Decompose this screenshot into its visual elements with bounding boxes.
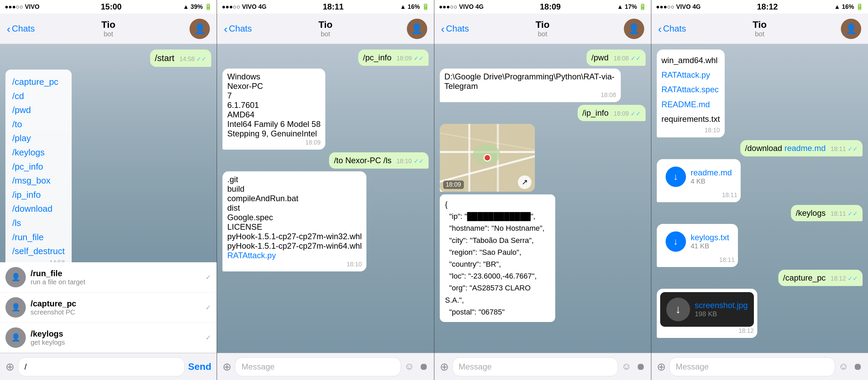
msg-filelist: win_amd64.whl RATAttack.py RATAttack.spe… bbox=[657, 50, 725, 137]
nav-title-2: Tio bot bbox=[319, 19, 332, 38]
file-rattack-spec: RATAttack.spec bbox=[662, 82, 720, 97]
back-label-3[interactable]: Chats bbox=[446, 23, 469, 34]
cmd-capture[interactable]: /capture_pc bbox=[12, 75, 65, 89]
cmd-download[interactable]: /download bbox=[12, 202, 65, 216]
nav-bar-1: ‹ Chats Tio bot 👤 bbox=[0, 14, 217, 44]
cmd-selfdestruct[interactable]: /self_destruct bbox=[12, 244, 65, 259]
mic-icon-4[interactable]: ⏺ bbox=[853, 361, 863, 372]
sticker-icon-2[interactable]: ☺ bbox=[404, 361, 414, 372]
battery-4: ▲ 16% 🔋 bbox=[834, 3, 863, 11]
capture-text: /capture_pc bbox=[783, 273, 826, 282]
keylogs-dl-icon: ↓ bbox=[666, 231, 686, 252]
status-right-4: ▲ 16% 🔋 bbox=[834, 3, 863, 11]
status-bar-2: ●●●○○ VIVO 4G 18:11 ▲ 16% 🔋 bbox=[217, 0, 434, 14]
list-name-keylogs: /keylogs bbox=[31, 329, 201, 339]
back-button-1[interactable]: ‹ Chats bbox=[7, 23, 35, 34]
msg-start: /start 14:58 ✓✓ bbox=[150, 50, 212, 67]
back-label-1[interactable]: Chats bbox=[12, 23, 35, 34]
input-bar-1: ⊕ / Send bbox=[0, 353, 217, 380]
map-share-btn[interactable]: ↗ bbox=[518, 175, 531, 189]
input-bar-3: ⊕ Message ☺ ⏺ bbox=[434, 353, 651, 380]
nav-bar-4: ‹ Chats Tio bot 👤 bbox=[651, 14, 868, 44]
sticker-icon-3[interactable]: ☺ bbox=[621, 361, 631, 372]
ls-line2: build bbox=[227, 184, 362, 194]
pcinfo-line4: 6.1.7601 bbox=[227, 100, 321, 110]
battery-3: ▲ 17% 🔋 bbox=[617, 3, 646, 11]
input-field-1[interactable]: / bbox=[18, 357, 185, 376]
input-field-2[interactable]: Message bbox=[235, 357, 401, 376]
carrier-2: ●●●○○ VIVO 4G bbox=[222, 3, 266, 11]
back-button-4[interactable]: ‹ Chats bbox=[658, 23, 686, 34]
cmd-pcinfo[interactable]: /pc_info bbox=[12, 160, 65, 174]
list-item-capture[interactable]: 👤 /capture_pc screenshot PC ✓ bbox=[0, 292, 217, 323]
file-keylogs-dl[interactable]: ↓ keylogs.txt 41 KB bbox=[660, 227, 735, 256]
screen-2: ●●●○○ VIVO 4G 18:11 ▲ 16% 🔋 ‹ Chats Tio … bbox=[217, 0, 434, 380]
cmd-ls[interactable]: /ls bbox=[12, 216, 65, 230]
cmd-runfile[interactable]: /run_file bbox=[12, 230, 65, 245]
list-avatar-keylogs: 👤 bbox=[5, 327, 26, 348]
map-thumbnail[interactable]: 18:09 ↗ bbox=[440, 124, 535, 192]
mic-icon-3[interactable]: ⏺ bbox=[636, 361, 646, 372]
back-button-2[interactable]: ‹ Chats bbox=[224, 23, 252, 34]
back-button-3[interactable]: ‹ Chats bbox=[441, 23, 469, 34]
status-bar-1: ●●●○○ VIVO 15:00 ▲ 39% 🔋 bbox=[0, 0, 217, 14]
pwd-time: 18:08 bbox=[445, 92, 616, 99]
avatar-4[interactable]: 👤 bbox=[841, 19, 861, 39]
ls-line5: Google.spec bbox=[227, 213, 362, 222]
list-content-runfile: /run_file run a file on target bbox=[31, 269, 201, 286]
attach-icon-4[interactable]: ⊕ bbox=[657, 360, 666, 373]
attach-icon-3[interactable]: ⊕ bbox=[440, 360, 449, 373]
mic-icon-2[interactable]: ⏺ bbox=[419, 361, 429, 372]
pcinfo-line7: Stepping 9, GenuineIntel bbox=[227, 129, 321, 138]
command-list: /capture_pc /cd /pwd /to /play /keylogs … bbox=[5, 70, 72, 262]
cmd-play[interactable]: /play bbox=[12, 131, 65, 146]
list-preview-runfile: run a file on target bbox=[31, 278, 201, 286]
cmd-keylogs[interactable]: /keylogs bbox=[12, 146, 65, 160]
avatar-1[interactable]: 👤 bbox=[189, 19, 210, 39]
input-field-3[interactable]: Message bbox=[452, 357, 618, 376]
pcinfo-line6: Intel64 Family 6 Model 58 bbox=[227, 119, 321, 129]
msg-pwd-resp: D:\Google Drive\Programming\Python\RAT-v… bbox=[440, 69, 621, 102]
screenshot-file-row: ↓ screenshot.jpg 198 KB bbox=[666, 298, 748, 321]
ls-line6: LICENSE bbox=[227, 222, 362, 232]
chat-area-3: /pwd 18:08 ✓✓ D:\Google Drive\Programmin… bbox=[434, 44, 651, 353]
screenshot-filename: screenshot.jpg bbox=[695, 301, 748, 310]
list-content-keylogs: /keylogs get keylogs bbox=[31, 329, 201, 346]
list-item-runfile[interactable]: 👤 /run_file run a file on target ✓ bbox=[0, 262, 217, 292]
chat-sub-1: bot bbox=[101, 30, 115, 38]
dl-readme-text: /download readme.md bbox=[745, 144, 826, 153]
cmd-to[interactable]: /to bbox=[12, 117, 65, 132]
nav-bar-2: ‹ Chats Tio bot 👤 bbox=[217, 14, 434, 44]
sticker-icon-4[interactable]: ☺ bbox=[838, 361, 848, 372]
screenshot-dl-icon: ↓ bbox=[666, 298, 690, 321]
msg-readme-file: ↓ readme.md 4 KB 18:11 bbox=[657, 159, 741, 202]
cmd-cd[interactable]: /cd bbox=[12, 89, 65, 103]
ls-line8: pyHook-1.5.1-cp27-cp27m-win64.whl bbox=[227, 241, 362, 251]
nav-bar-3: ‹ Chats Tio bot 👤 bbox=[434, 14, 651, 44]
input-field-4[interactable]: Message bbox=[669, 357, 835, 376]
chat-sub-3: bot bbox=[536, 30, 549, 38]
cmd-pwd[interactable]: /pwd bbox=[12, 103, 65, 117]
back-label-2[interactable]: Chats bbox=[229, 23, 252, 34]
avatar-2[interactable]: 👤 bbox=[407, 19, 427, 39]
attach-icon-2[interactable]: ⊕ bbox=[222, 360, 232, 373]
send-button-1[interactable]: Send bbox=[188, 361, 211, 372]
back-label-4[interactable]: Chats bbox=[663, 23, 686, 34]
readme-dl-icon: ↓ bbox=[666, 167, 686, 187]
cmd-msgbox[interactable]: /msg_box bbox=[12, 174, 65, 188]
cmd-ipinfo[interactable]: /ip_info bbox=[12, 188, 65, 202]
back-chevron-2: ‹ bbox=[224, 23, 228, 34]
avatar-3[interactable]: 👤 bbox=[624, 19, 644, 39]
battery-2: ▲ 16% 🔋 bbox=[400, 3, 429, 11]
list-item-keylogs[interactable]: 👤 /keylogs get keylogs ✓ bbox=[0, 323, 217, 353]
list-name-runfile: /run_file bbox=[31, 269, 201, 278]
attach-icon-1[interactable]: ⊕ bbox=[5, 360, 15, 373]
msg-ipinfo-text: /ip_info bbox=[582, 108, 609, 117]
screenshot-info: screenshot.jpg 198 KB bbox=[695, 301, 748, 318]
list-time-keylogs: ✓ bbox=[205, 334, 211, 342]
input-placeholder-3: Message bbox=[459, 362, 492, 372]
screenshot-container[interactable]: ↓ screenshot.jpg 198 KB bbox=[660, 292, 754, 327]
chat-sub-2: bot bbox=[319, 30, 332, 38]
chat-name-4: Tio bbox=[753, 19, 766, 30]
file-readme-dl[interactable]: ↓ readme.md 4 KB bbox=[660, 163, 737, 191]
